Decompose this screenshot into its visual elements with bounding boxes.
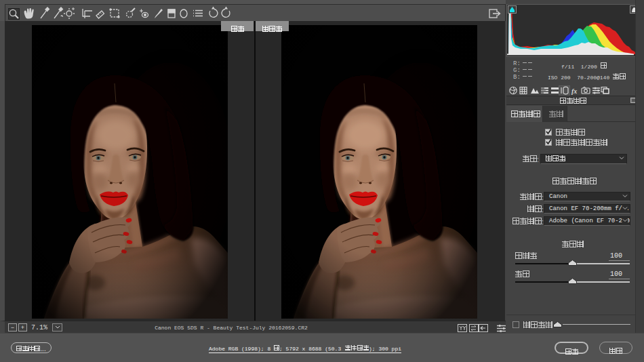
svg-text:fx: fx <box>571 87 577 95</box>
